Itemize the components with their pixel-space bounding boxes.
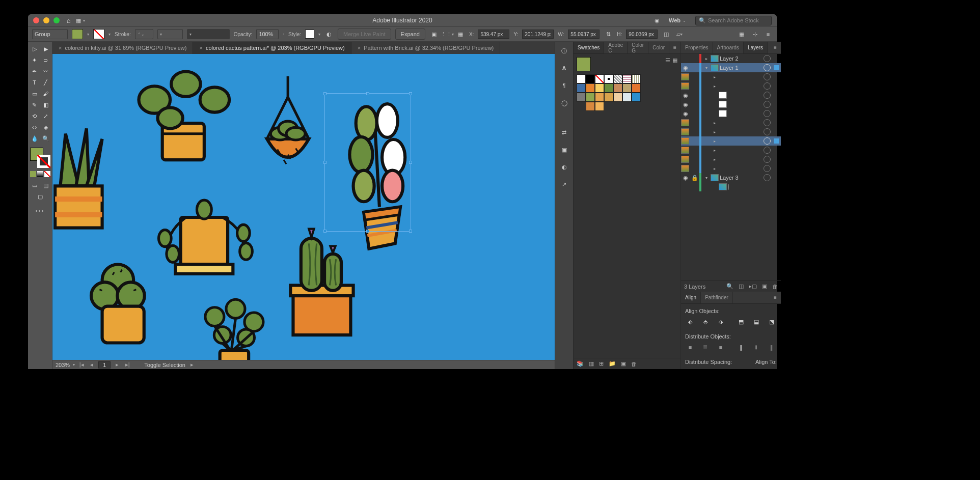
layer-row[interactable]: ◉🔒▾Layer 3 [681,173,781,182]
fill-stroke-indicator[interactable] [30,148,50,168]
swatch[interactable] [586,83,595,93]
swatch[interactable] [613,74,622,83]
dist-right-icon[interactable]: ‖ [767,343,777,352]
layer-row[interactable] [681,182,781,191]
swatches-tab[interactable]: Swatches [574,42,604,53]
dist-left-icon[interactable]: ‖ [736,343,746,352]
arrange-documents-button[interactable]: ▦ ▾ [76,17,86,24]
current-swatch[interactable] [577,57,591,71]
close-window-button[interactable] [33,17,39,23]
link-wh-icon[interactable]: ⇅ [604,30,613,39]
snap-pixel-icon[interactable]: ▦ [737,30,746,39]
delete-swatch-icon[interactable]: 🗑 [631,361,637,367]
disclosure-triangle[interactable]: ▸ [712,84,718,89]
swatch[interactable] [632,74,641,83]
target-icon[interactable] [764,165,771,172]
character-panel-icon[interactable]: A [559,63,569,73]
swatch[interactable] [577,83,586,93]
paintbrush-tool[interactable]: 🖌 [41,89,51,99]
zoom-level[interactable]: 203% [56,362,70,368]
gpu-perf-icon[interactable]: ◉ [655,17,660,24]
swatch[interactable] [613,83,622,93]
y-input[interactable] [522,30,554,39]
transform-panel-icon[interactable]: ▱▾ [675,30,684,39]
layers-tab[interactable]: Layers [744,42,768,53]
color-mode-buttons[interactable] [30,171,50,177]
snap-point-icon[interactable]: ⊹ [750,30,759,39]
eyedropper-tool[interactable]: 💧 [30,133,40,144]
width-tool[interactable]: ⇔ [30,122,40,132]
panel-menu-icon[interactable]: ≡ [669,42,680,53]
paragraph-panel-icon[interactable]: ¶ [559,80,569,91]
layer-row[interactable]: ◉▸ [681,136,781,146]
artboards-tab[interactable]: Artboards [713,42,744,53]
edit-toolbar-button[interactable]: ••• [36,208,45,214]
selection-tool[interactable]: ▷ [30,44,40,54]
disclosure-triangle[interactable]: ▾ [703,176,710,180]
delete-layer-icon[interactable]: 🗑 [772,284,778,290]
workspace-switcher[interactable]: Web ⌄ [666,16,689,24]
swatch[interactable] [632,93,641,102]
dist-top-icon[interactable]: ≡ [685,343,695,352]
zoom-tool[interactable]: 🔍 [41,133,51,144]
swatch[interactable] [604,74,613,83]
swatch-library-icon[interactable]: 📚 [577,360,584,367]
free-transform-tool[interactable]: ◈ [41,122,51,132]
height-input[interactable] [626,30,658,39]
swatch[interactable] [577,93,586,102]
zoom-window-button[interactable] [53,17,60,23]
target-icon[interactable] [764,64,771,71]
target-icon[interactable] [764,147,771,154]
swatch[interactable] [586,93,595,102]
layer-row[interactable]: ◉▸ [681,72,781,81]
search-stock-input[interactable]: 🔍 Search Adobe Stock [695,16,772,25]
target-icon[interactable] [764,137,771,145]
align-vcenter-icon[interactable]: ⬓ [751,317,761,326]
stroke-weight-dropdown[interactable]: ⌃⌄ [135,29,153,39]
rectangle-tool[interactable]: ▭ [30,89,40,99]
swatch[interactable] [622,83,632,93]
minimize-window-button[interactable] [43,17,49,23]
align-left-icon[interactable]: ⬖ [685,317,695,326]
swatch[interactable] [577,74,586,83]
artboard[interactable] [52,54,555,360]
swatch[interactable] [586,74,595,83]
target-icon[interactable] [764,73,771,80]
brush-def-dropdown[interactable]: ▾ [157,29,183,39]
target-icon[interactable] [764,82,771,90]
target-icon[interactable] [764,119,771,126]
target-icon[interactable] [764,92,771,99]
shape-props-icon[interactable]: ◫ [662,30,671,39]
artboard-number[interactable]: 1 [98,361,111,369]
swatch[interactable] [622,93,632,102]
layer-row[interactable]: ◉▸ [681,164,781,173]
swatch[interactable] [595,83,604,93]
width-input[interactable] [568,30,600,39]
align-right-icon[interactable]: ⬗ [716,317,726,326]
pathfinder-tab[interactable]: Pathfinder [701,292,733,303]
selection-type-dropdown[interactable]: Group [32,29,68,39]
swatch[interactable] [632,83,641,93]
screen-mode-icon[interactable]: ▢ [35,191,45,202]
layer-row[interactable]: ◉ [681,91,781,100]
visibility-toggle[interactable]: ◉ [681,65,690,71]
lock-toggle[interactable]: 🔒 [691,175,698,181]
layer-name[interactable]: Layer 1 [720,65,763,71]
swatch[interactable] [613,93,622,102]
line-tool[interactable]: ╱ [41,77,51,88]
layer-row[interactable]: ◉ [681,100,781,109]
new-sublayer-icon[interactable]: ▸▢ [749,283,757,290]
disclosure-triangle[interactable]: ▸ [712,148,718,153]
actions-panel-icon[interactable]: ▣ [559,145,569,155]
draw-mode-icon[interactable]: ▭ [30,180,40,190]
rotate-tool[interactable]: ⟲ [30,111,40,121]
disclosure-triangle[interactable]: ▸ [712,139,718,144]
visibility-toggle[interactable]: ◉ [681,175,690,181]
direct-selection-tool[interactable]: ▶ [41,44,51,54]
fill-swatch[interactable] [72,29,83,39]
home-icon[interactable]: ⌂ [67,17,71,24]
new-color-group-icon[interactable]: 📁 [609,360,616,367]
align-tab[interactable]: Align [681,292,701,303]
disclosure-triangle[interactable]: ▸ [712,166,718,171]
eraser-tool[interactable]: ◧ [41,100,51,110]
